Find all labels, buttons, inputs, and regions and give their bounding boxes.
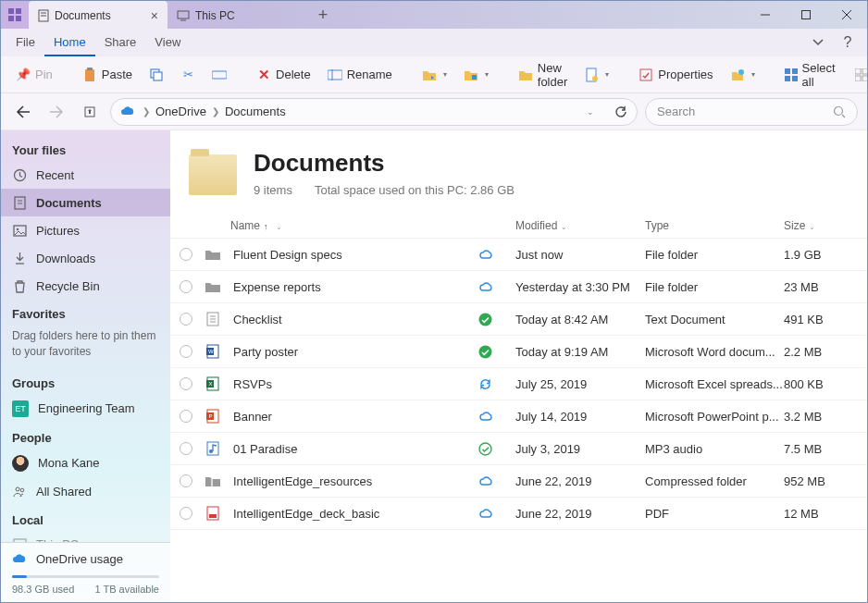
new-folder-button[interactable]: New folder (513, 57, 574, 92)
svg-point-47 (16, 487, 19, 491)
sidebar-footer: OneDrive usage 98.3 GB used1 TB availabl… (1, 542, 170, 602)
sidebar-group-item[interactable]: ETEngineering Team (1, 394, 170, 424)
open-button[interactable]: ▾ (725, 64, 761, 86)
sidebar-item-recent[interactable]: Recent (1, 161, 170, 189)
maximize-button[interactable] (786, 1, 826, 29)
shared-icon (12, 485, 27, 499)
copyto-button[interactable]: ▾ (458, 64, 494, 86)
svg-rect-0 (8, 8, 14, 14)
file-row[interactable]: WParty posterToday at 9:19 AMMicrosoft W… (170, 336, 867, 368)
svg-rect-3 (16, 16, 21, 21)
svg-rect-32 (862, 76, 868, 81)
file-type: File folder (645, 280, 784, 294)
moveto-button[interactable]: ▾ (416, 64, 453, 86)
back-button[interactable] (10, 99, 36, 125)
chevron-down-icon[interactable]: ⌄ (561, 223, 567, 231)
file-type-icon (204, 440, 222, 457)
newitem-button[interactable]: ▾ (578, 64, 614, 86)
up-button[interactable] (77, 99, 103, 125)
chevron-down-icon[interactable]: ⌄ (587, 107, 594, 117)
svg-rect-71 (209, 514, 217, 518)
file-row[interactable]: Fluent Design specsJust nowFile folder1.… (170, 239, 867, 271)
pin-button[interactable]: 📌Pin (10, 64, 58, 86)
file-type-icon: X (204, 375, 222, 392)
row-select[interactable] (180, 474, 192, 487)
svg-point-48 (20, 488, 24, 492)
file-type-icon (204, 246, 222, 263)
rename-button[interactable]: Rename (322, 64, 398, 86)
select-none-button[interactable] (849, 64, 868, 86)
row-select[interactable] (180, 248, 192, 261)
refresh-button[interactable] (614, 105, 627, 118)
copy-button[interactable] (143, 64, 169, 86)
col-modified[interactable]: Modified⌄ (515, 219, 645, 232)
file-name: Party poster (233, 345, 478, 359)
new-folder-label: New folder (538, 61, 568, 89)
rename-icon (328, 68, 342, 82)
file-row[interactable]: ChecklistToday at 8:42 AMText Document49… (170, 303, 867, 336)
col-type[interactable]: Type (645, 219, 784, 232)
tab-documents[interactable]: Documents× (29, 1, 167, 29)
paste-label: Paste (102, 68, 132, 81)
sidebar-item-label: Recent (36, 168, 74, 182)
row-select[interactable] (180, 280, 192, 293)
svg-point-45 (16, 228, 18, 229)
recycle-icon (12, 278, 27, 293)
file-row[interactable]: IntelligentEdge_resourcesJune 22, 2019Co… (170, 465, 867, 498)
file-row[interactable]: Expense reportsYesterday at 3:30 PMFile … (170, 271, 867, 303)
address-bar[interactable]: ❯ OneDrive ❯ Documents ⌄ (110, 98, 638, 126)
delete-button[interactable]: ✕Delete (251, 64, 316, 86)
file-type-icon (204, 505, 222, 522)
copypath-button[interactable] (206, 64, 232, 86)
help-button[interactable]: ? (834, 29, 862, 56)
row-select[interactable] (180, 313, 192, 326)
file-size: 7.5 MB (784, 442, 849, 456)
menu-view[interactable]: View (145, 30, 190, 56)
file-row[interactable]: PBannerJuly 14, 2019Microsoft PowerPoint… (170, 400, 867, 433)
file-row[interactable]: 01 ParadiseJuly 3, 2019MP3 audio7.5 MB (170, 433, 867, 465)
ribbon-expand-button[interactable] (804, 29, 832, 56)
breadcrumb-item[interactable]: OneDrive (155, 105, 206, 118)
tab-close-button[interactable]: × (151, 8, 158, 23)
menu-share[interactable]: Share (95, 30, 146, 56)
sidebar-local-item[interactable]: This PC (1, 531, 170, 542)
menu-bar: FileHomeShareView ? (1, 29, 867, 56)
row-select[interactable] (180, 377, 192, 390)
sidebar-item-pictures[interactable]: Pictures (1, 216, 170, 244)
chevron-down-icon[interactable]: ⌄ (276, 223, 282, 231)
select-all-button[interactable]: Select all (779, 57, 843, 92)
properties-button[interactable]: Properties (633, 64, 718, 86)
sidebar-head-yourfiles: Your files (1, 136, 170, 161)
sidebar-item-downloads[interactable]: Downloads (1, 244, 170, 272)
group-badge: ET (12, 400, 29, 417)
cut-button[interactable]: ✂ (175, 64, 201, 86)
paste-button[interactable]: Paste (77, 64, 138, 86)
col-size[interactable]: Size⌄ (784, 219, 849, 232)
row-select[interactable] (180, 507, 192, 520)
minimize-button[interactable] (745, 1, 786, 29)
breadcrumb-item[interactable]: Documents (225, 105, 286, 118)
col-name[interactable]: Name↑⌄ (230, 219, 515, 232)
forward-button[interactable] (43, 99, 69, 125)
file-row[interactable]: IntelligentEdge_deck_basicJune 22, 2019P… (170, 498, 867, 530)
close-button[interactable] (826, 1, 867, 29)
file-type: Microsoft Word docum... (645, 345, 784, 359)
tab-this-pc[interactable]: This PC (167, 1, 306, 29)
file-status (478, 377, 515, 391)
menu-file[interactable]: File (6, 30, 44, 56)
row-select[interactable] (180, 410, 192, 423)
sidebar-item-recycle-bin[interactable]: Recycle Bin (1, 272, 170, 300)
sidebar-people-item[interactable]: All Shared (1, 478, 170, 506)
file-row[interactable]: XRSVPsJuly 25, 2019Microsoft Excel sprea… (170, 368, 867, 400)
sidebar-people-item[interactable]: Mona Kane (1, 449, 170, 478)
chevron-down-icon[interactable]: ⌄ (809, 223, 815, 231)
row-select[interactable] (180, 345, 192, 358)
menu-home[interactable]: Home (44, 30, 95, 56)
search-input[interactable]: Search (645, 98, 858, 126)
delete-icon: ✕ (256, 68, 271, 82)
large-folder-icon (189, 154, 237, 195)
sidebar-item-documents[interactable]: Documents (1, 189, 170, 216)
cloud-icon (478, 508, 495, 519)
new-tab-button[interactable]: + (306, 1, 340, 29)
row-select[interactable] (180, 442, 192, 455)
